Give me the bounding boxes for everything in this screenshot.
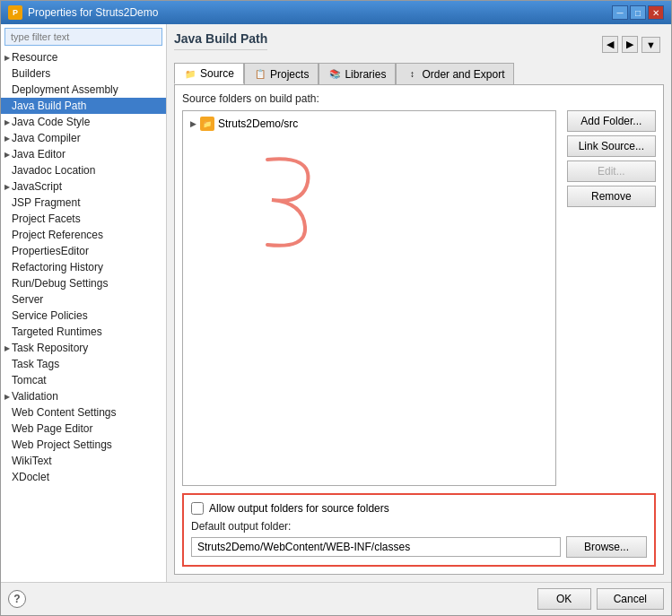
sidebar-item-javadoc-location[interactable]: Javadoc Location xyxy=(1,162,166,178)
sidebar-item-server[interactable]: Server xyxy=(1,291,166,308)
sidebar-label-java-compiler: Java Compiler xyxy=(12,132,81,144)
sidebar-list: ▶ Resource Builders Deployment Assembly … xyxy=(1,49,166,582)
sidebar-label-task-tags: Task Tags xyxy=(12,358,59,370)
link-source-button[interactable]: Link Source... xyxy=(567,135,656,157)
projects-tab-icon: 📋 xyxy=(254,68,266,81)
sidebar-item-wikitext[interactable]: WikiText xyxy=(1,453,166,469)
ok-button[interactable]: OK xyxy=(537,588,591,610)
properties-dialog: P Properties for Struts2Demo ─ □ ✕ ▶ Res… xyxy=(0,0,672,616)
sidebar-label-resource: Resource xyxy=(12,51,57,64)
sidebar-item-project-references[interactable]: Project References xyxy=(1,227,166,243)
order-export-tab-icon: ↕ xyxy=(406,68,418,81)
allow-output-checkbox[interactable] xyxy=(191,502,204,515)
sidebar-label-builders: Builders xyxy=(12,67,50,80)
dialog-content: ▶ Resource Builders Deployment Assembly … xyxy=(1,24,671,582)
sidebar-item-properties-editor[interactable]: PropertiesEditor xyxy=(1,243,166,259)
sidebar-item-deployment-assembly[interactable]: Deployment Assembly xyxy=(1,82,166,98)
sidebar-label-project-references: Project References xyxy=(12,229,103,241)
close-button[interactable]: ✕ xyxy=(648,5,664,20)
expand-arrow-java-compiler: ▶ xyxy=(4,134,10,143)
sidebar-item-targeted-runtimes[interactable]: Targeted Runtimes xyxy=(1,324,166,340)
sidebar-item-web-content-settings[interactable]: Web Content Settings xyxy=(1,404,166,421)
sidebar-label-java-code-style: Java Code Style xyxy=(12,116,90,128)
sidebar-item-java-code-style[interactable]: ▶ Java Code Style xyxy=(1,114,166,130)
tab-libraries[interactable]: 📚 Libraries xyxy=(319,63,396,84)
source-tree[interactable]: ▶ 📁 Struts2Demo/src xyxy=(182,110,556,486)
sidebar-item-builders[interactable]: Builders xyxy=(1,65,166,82)
annotation-3-drawing xyxy=(240,142,348,249)
sidebar-item-java-compiler[interactable]: ▶ Java Compiler xyxy=(1,130,166,146)
sidebar-label-refactoring-history: Refactoring History xyxy=(12,261,103,273)
remove-button[interactable]: Remove xyxy=(567,186,656,207)
edit-button[interactable]: Edit... xyxy=(567,161,656,182)
output-folder-row: Browse... xyxy=(191,536,647,558)
sidebar-label-tomcat: Tomcat xyxy=(12,374,47,386)
sidebar-item-task-tags[interactable]: Task Tags xyxy=(1,356,166,372)
filter-input[interactable] xyxy=(4,28,162,46)
add-folder-button[interactable]: Add Folder... xyxy=(567,110,656,132)
tab-content: Source folders on build path: ▶ 📁 Struts… xyxy=(174,84,664,575)
sidebar-item-javascript[interactable]: ▶ JavaScript xyxy=(1,178,166,195)
sidebar-item-jsp-fragment[interactable]: JSP Fragment xyxy=(1,195,166,211)
sidebar-label-targeted-runtimes: Targeted Runtimes xyxy=(12,325,102,338)
sidebar-item-validation[interactable]: ▶ Validation xyxy=(1,388,166,404)
sidebar-item-task-repository[interactable]: ▶ Task Repository xyxy=(1,340,166,356)
sidebar-item-project-facets[interactable]: Project Facets xyxy=(1,211,166,227)
sidebar-label-server: Server xyxy=(12,293,43,306)
maximize-button[interactable]: □ xyxy=(630,5,646,20)
output-folder-input[interactable] xyxy=(191,537,561,557)
sidebar-item-java-editor[interactable]: ▶ Java Editor xyxy=(1,146,166,162)
tree-expand-icon: ▶ xyxy=(190,119,196,128)
browse-button[interactable]: Browse... xyxy=(566,536,647,558)
sidebar-item-web-page-editor[interactable]: Web Page Editor xyxy=(1,421,166,437)
sidebar-item-resource[interactable]: ▶ Resource xyxy=(1,49,166,65)
tab-projects-label: Projects xyxy=(270,68,309,81)
tab-source[interactable]: 📁 Source xyxy=(174,63,244,84)
sidebar-item-tomcat[interactable]: Tomcat xyxy=(1,372,166,388)
sidebar-label-web-content-settings: Web Content Settings xyxy=(12,406,117,419)
sidebar-item-web-project-settings[interactable]: Web Project Settings xyxy=(1,437,166,453)
cancel-button[interactable]: Cancel xyxy=(597,588,664,610)
sidebar: ▶ Resource Builders Deployment Assembly … xyxy=(1,24,167,582)
source-row: ▶ 📁 Struts2Demo/src Add Folder... xyxy=(182,110,656,486)
expand-arrow-task-repository: ▶ xyxy=(4,344,10,352)
sidebar-item-xdoclet[interactable]: XDoclet xyxy=(1,469,166,485)
sidebar-item-service-policies[interactable]: Service Policies xyxy=(1,308,166,324)
tab-projects[interactable]: 📋 Projects xyxy=(244,63,319,84)
libraries-tab-icon: 📚 xyxy=(328,68,341,81)
footer-buttons: OK Cancel xyxy=(537,588,664,610)
sidebar-label-service-policies: Service Policies xyxy=(12,309,88,322)
expand-arrow-validation: ▶ xyxy=(4,393,10,401)
allow-output-label: Allow output folders for source folders xyxy=(209,502,389,515)
sidebar-label-deployment-assembly: Deployment Assembly xyxy=(12,83,118,96)
sidebar-item-run-debug-settings[interactable]: Run/Debug Settings xyxy=(1,275,166,291)
dialog-footer: ? OK Cancel xyxy=(1,582,671,615)
nav-dropdown-button[interactable]: ▼ xyxy=(641,37,660,53)
sidebar-label-java-build-path: Java Build Path xyxy=(12,100,86,112)
output-folder-label: Default output folder: xyxy=(191,520,647,533)
sidebar-label-xdoclet: XDoclet xyxy=(12,471,49,483)
title-bar: P Properties for Struts2Demo ─ □ ✕ xyxy=(1,1,671,24)
tab-order-export[interactable]: ↕ Order and Export xyxy=(396,63,514,84)
window-title: Properties for Struts2Demo xyxy=(28,6,158,19)
nav-bar: ◀ ▶ ▼ xyxy=(598,34,664,55)
expand-arrow-javascript: ▶ xyxy=(4,183,10,191)
tree-item-src[interactable]: ▶ 📁 Struts2Demo/src xyxy=(187,115,552,133)
sidebar-label-jsp-fragment: JSP Fragment xyxy=(12,196,80,209)
nav-back-button[interactable]: ◀ xyxy=(602,36,618,53)
expand-arrow-java-editor: ▶ xyxy=(4,151,10,159)
tab-bar: 📁 Source 📋 Projects 📚 Libraries ↕ Order … xyxy=(174,63,664,84)
sidebar-label-web-page-editor: Web Page Editor xyxy=(12,422,93,435)
source-tab-icon: 📁 xyxy=(184,67,196,80)
sidebar-item-refactoring-history[interactable]: Refactoring History xyxy=(1,259,166,275)
folder-icon: 📁 xyxy=(200,117,214,131)
sidebar-label-task-repository: Task Repository xyxy=(12,342,88,354)
minimize-button[interactable]: ─ xyxy=(612,5,628,20)
source-folders-label: Source folders on build path: xyxy=(182,92,656,105)
nav-forward-button[interactable]: ▶ xyxy=(622,36,638,53)
sidebar-item-java-build-path[interactable]: Java Build Path xyxy=(1,98,166,114)
window-icon: P xyxy=(8,5,22,20)
action-buttons: Add Folder... Link Source... Edit... Rem… xyxy=(567,110,656,486)
sidebar-label-javascript: JavaScript xyxy=(12,180,62,193)
help-button[interactable]: ? xyxy=(8,590,26,608)
